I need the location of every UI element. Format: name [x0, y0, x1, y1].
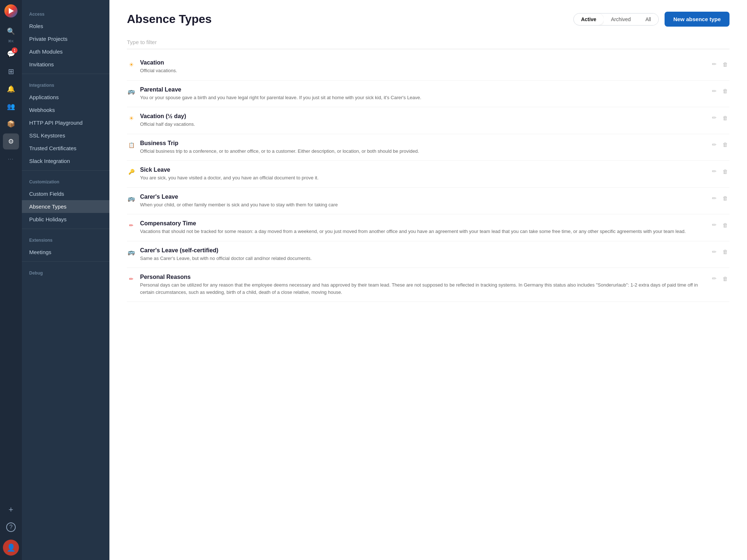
edit-business-trip-button[interactable]: ✏ [711, 140, 718, 149]
absence-content-compensatory-time: Compensatory Time Vacations that should … [140, 220, 706, 235]
absence-content-sick-leave: Sick Leave You are sick, you have visite… [140, 167, 706, 182]
absence-actions-business-trip: ✏ 🗑 [711, 140, 729, 149]
edit-vacation-button[interactable]: ✏ [711, 59, 718, 69]
edit-carers-leave-button[interactable]: ✏ [711, 194, 718, 203]
settings-icon-btn[interactable]: ⚙ [3, 133, 19, 149]
new-absence-type-button[interactable]: New absence type [665, 12, 729, 27]
edit-sick-leave-button[interactable]: ✏ [711, 167, 718, 176]
absence-actions-carers-leave: ✏ 🗑 [711, 194, 729, 203]
absence-actions-compensatory-time: ✏ 🗑 [711, 220, 729, 230]
absence-icon-business-trip: 📋 [127, 141, 136, 149]
more-icon-btn[interactable]: ··· [3, 151, 19, 167]
delete-vacation-half-button[interactable]: 🗑 [721, 113, 729, 122]
absence-item-carers-leave: 🚌 Carer's Leave When your child, or othe… [127, 188, 729, 215]
absence-item-sick-leave: 🔑 Sick Leave You are sick, you have visi… [127, 161, 729, 188]
main-header: Absence Types Active Archived All New ab… [109, 0, 747, 35]
svg-marker-0 [9, 8, 14, 14]
absence-actions-vacation: ✏ 🗑 [711, 59, 729, 69]
absence-icon-carers-leave-self: 🚌 [127, 248, 136, 257]
messages-badge: 1 [12, 47, 18, 53]
nav-item-http-api[interactable]: HTTP API Playground [22, 116, 109, 129]
page-title: Absence Types [127, 12, 568, 26]
absence-icon-vacation: ☀ [127, 60, 136, 69]
dashboard-icon: ⊞ [8, 67, 14, 76]
team-icon: 👥 [7, 102, 15, 110]
nav-item-applications[interactable]: Applications [22, 91, 109, 104]
absence-desc-vacation: Official vacations. [140, 67, 706, 74]
avatar-image: 👤 [7, 543, 16, 552]
absence-desc-sick-leave: You are sick, you have visited a doctor,… [140, 174, 706, 182]
nav-item-auth-modules[interactable]: Auth Modules [22, 45, 109, 58]
dashboard-icon-btn[interactable]: ⊞ [3, 63, 19, 79]
nav-item-meetings[interactable]: Meetings [22, 246, 109, 258]
nav-divider-3 [22, 229, 109, 229]
package-icon-btn[interactable]: 📦 [3, 116, 19, 132]
edit-carers-leave-self-button[interactable]: ✏ [711, 247, 718, 257]
nav-item-custom-fields[interactable]: Custom Fields [22, 187, 109, 200]
absence-name-vacation: Vacation [140, 59, 706, 66]
nav-section-customization-label: Customization [22, 174, 109, 187]
search-icon-btn[interactable]: 🔍 [3, 23, 19, 39]
absence-icon-parental-leave: 🚌 [127, 87, 136, 96]
add-icon-btn[interactable]: + [3, 502, 19, 518]
absence-actions-carers-leave-self: ✏ 🗑 [711, 247, 729, 257]
nav-item-slack-integration[interactable]: Slack Integration [22, 155, 109, 167]
delete-vacation-button[interactable]: 🗑 [721, 60, 729, 69]
delete-business-trip-button[interactable]: 🗑 [721, 140, 729, 149]
delete-parental-leave-button[interactable]: 🗑 [721, 86, 729, 96]
absence-icon-compensatory-time: ✏ [127, 221, 136, 230]
messages-icon-btn[interactable]: 💬 1 [3, 46, 19, 62]
nav-item-invitations[interactable]: Invitations [22, 58, 109, 71]
edit-personal-reasons-button[interactable]: ✏ [711, 274, 718, 283]
absence-actions-sick-leave: ✏ 🗑 [711, 167, 729, 176]
notifications-icon-btn[interactable]: 🔔 [3, 81, 19, 97]
absence-actions-parental-leave: ✏ 🗑 [711, 86, 729, 96]
absence-name-compensatory-time: Compensatory Time [140, 220, 706, 227]
absence-item-vacation: ☀ Vacation Official vacations. ✏ 🗑 [127, 54, 729, 81]
delete-carers-leave-button[interactable]: 🗑 [721, 194, 729, 203]
nav-item-webhooks[interactable]: Webhooks [22, 104, 109, 116]
nav-item-private-projects[interactable]: Private Projects [22, 32, 109, 45]
edit-parental-leave-button[interactable]: ✏ [711, 86, 718, 96]
tab-all[interactable]: All [638, 13, 658, 25]
delete-personal-reasons-button[interactable]: 🗑 [721, 274, 729, 283]
absence-desc-business-trip: Official business trip to a conference, … [140, 148, 706, 155]
absence-content-personal-reasons: Personal Reasons Personal days can be ut… [140, 274, 706, 296]
edit-compensatory-time-button[interactable]: ✏ [711, 220, 718, 230]
nav-section-debug-label: Debug [22, 265, 109, 279]
nav-section-integrations-label: Integrations [22, 77, 109, 91]
help-icon-btn[interactable]: ? [3, 519, 19, 535]
edit-vacation-half-button[interactable]: ✏ [711, 113, 718, 122]
absence-desc-carers-leave: When your child, or other family member … [140, 201, 706, 209]
delete-sick-leave-button[interactable]: 🗑 [721, 167, 729, 176]
nav-section-access-label: Access [22, 6, 109, 20]
absence-name-carers-leave: Carer's Leave [140, 194, 706, 200]
absence-item-parental-leave: 🚌 Parental Leave You or your spouse gave… [127, 81, 729, 108]
absence-content-business-trip: Business Trip Official business trip to … [140, 140, 706, 155]
tab-archived[interactable]: Archived [604, 13, 638, 25]
team-icon-btn[interactable]: 👥 [3, 98, 19, 114]
nav-item-absence-types[interactable]: Absence Types [22, 200, 109, 213]
delete-compensatory-time-button[interactable]: 🗑 [721, 221, 729, 230]
absence-icon-vacation-half: ☀ [127, 114, 136, 122]
filter-input[interactable] [127, 35, 729, 49]
nav-item-public-holidays[interactable]: Public Holidays [22, 213, 109, 226]
absence-icon-personal-reasons: ✏ [127, 275, 136, 283]
absence-item-personal-reasons: ✏ Personal Reasons Personal days can be … [127, 268, 729, 302]
absence-list: ☀ Vacation Official vacations. ✏ 🗑 🚌 Par… [127, 54, 729, 302]
absence-name-parental-leave: Parental Leave [140, 86, 706, 93]
nav-item-trusted-certificates[interactable]: Trusted Certificates [22, 142, 109, 155]
notifications-icon: 🔔 [7, 85, 15, 93]
absence-actions-personal-reasons: ✏ 🗑 [711, 274, 729, 283]
tab-active[interactable]: Active [574, 13, 604, 25]
app-logo[interactable] [4, 4, 18, 18]
delete-carers-leave-self-button[interactable]: 🗑 [721, 247, 729, 256]
absence-name-personal-reasons: Personal Reasons [140, 274, 706, 280]
nav-divider-1 [22, 74, 109, 74]
settings-icon: ⚙ [8, 137, 14, 145]
absence-item-vacation-half: ☀ Vacation (½ day) Official half day vac… [127, 107, 729, 134]
icon-sidebar: 🔍 ⌘K 💬 1 ⊞ 🔔 👥 📦 ⚙ ··· + ? 👤 [0, 0, 22, 560]
nav-item-ssl-keystores[interactable]: SSL Keystores [22, 129, 109, 142]
user-avatar[interactable]: 👤 [3, 540, 19, 556]
nav-item-roles[interactable]: Roles [22, 20, 109, 32]
